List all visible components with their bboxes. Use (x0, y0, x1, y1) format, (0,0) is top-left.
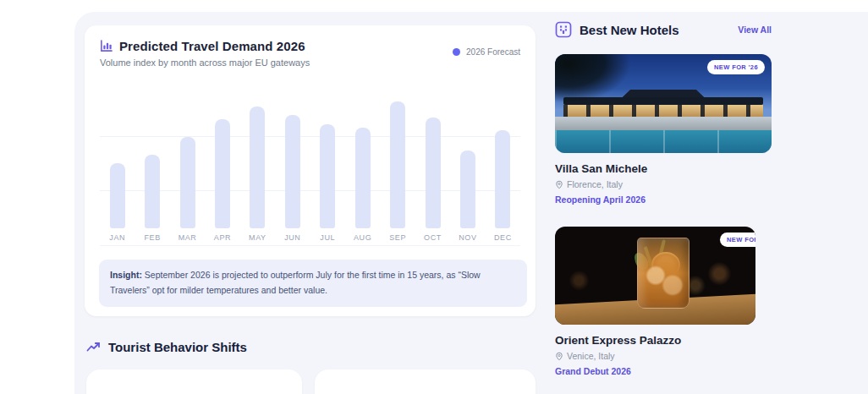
hotel-status-link[interactable]: Grand Debut 2026 (555, 366, 772, 376)
hotel-location-text: Florence, Italy (567, 179, 623, 189)
bar-column (100, 101, 135, 228)
bar-column (310, 101, 345, 228)
bar-column (380, 101, 415, 228)
bar-dec[interactable] (495, 130, 510, 228)
bar-oct[interactable] (426, 118, 441, 228)
view-all-link[interactable]: View All (738, 25, 772, 35)
hotels-panel-title: Best New Hotels (580, 23, 679, 37)
x-tick-label: MAY (240, 233, 275, 242)
resort-photo-pool-lanes (555, 130, 772, 153)
bar-apr[interactable] (215, 119, 230, 228)
x-tick-label: SEP (380, 233, 415, 242)
bar-jul[interactable] (320, 124, 335, 228)
bar-may[interactable] (250, 107, 265, 228)
bar-column (170, 101, 205, 228)
hotel-building-icon (555, 21, 572, 38)
bar-series (100, 101, 520, 228)
bar-column (345, 101, 380, 228)
cocktail-photo-ice (643, 264, 685, 303)
x-tick-label: AUG (345, 233, 380, 242)
bar-column (240, 101, 275, 228)
x-tick-label: OCT (415, 233, 450, 242)
hotel-location: Venice, Italy (555, 351, 772, 361)
hotel-status-link[interactable]: Reopening April 2026 (555, 194, 772, 205)
hotel-photo-orient-express-palazzo[interactable]: NEW FOR '26 (555, 227, 755, 325)
x-tick-label: NOV (450, 233, 485, 242)
bar-jun[interactable] (285, 115, 300, 228)
bar-nov[interactable] (460, 150, 475, 228)
bar-jan[interactable] (110, 163, 125, 228)
bar-column (486, 101, 520, 228)
trending-up-icon (86, 341, 101, 353)
hotel-photo-villa-san-michele[interactable]: NEW FOR '26 (555, 54, 772, 153)
new-for-26-badge: NEW FOR '26 (707, 60, 765, 74)
bar-column (135, 101, 169, 228)
new-for-26-badge-clipped: NEW FOR '26 (720, 233, 755, 247)
x-axis-labels: JANFEBMARAPRMAYJUNJULAUGSEPOCTNOVDEC (100, 233, 520, 242)
legend-dot-icon (453, 48, 460, 56)
resort-photo-pillars (563, 105, 763, 117)
x-tick-label: FEB (135, 233, 169, 242)
behavior-card[interactable] (86, 369, 302, 394)
chart-header: Predicted Travel Demand 2026 Volume inde… (100, 39, 520, 68)
legend-label: 2026 Forecast (466, 47, 520, 57)
resort-photo-deck (555, 117, 772, 130)
hotel-name[interactable]: Villa San Michele (555, 162, 772, 175)
x-tick-label: APR (205, 233, 239, 242)
chart-legend: 2026 Forecast (453, 47, 520, 57)
x-tick-label: DEC (486, 233, 520, 242)
behavior-card[interactable] (315, 369, 536, 394)
chart-subtitle: Volume index by month across major EU ga… (100, 57, 520, 68)
bar-aug[interactable] (355, 128, 371, 228)
bar-feb[interactable] (145, 155, 160, 228)
insight-text: September 2026 is projected to outperfor… (110, 270, 481, 295)
x-tick-label: JAN (100, 233, 135, 242)
travel-demand-card: Predicted Travel Demand 2026 Volume inde… (85, 25, 536, 316)
map-pin-icon (555, 352, 563, 361)
hotel-location-text: Venice, Italy (567, 351, 615, 361)
chart-title: Predicted Travel Demand 2026 (119, 39, 305, 53)
bar-column (275, 101, 310, 228)
map-pin-icon (555, 180, 563, 189)
bar-column (415, 101, 450, 228)
bar-mar[interactable] (180, 137, 195, 228)
resort-photo-tree-silhouette (555, 54, 633, 104)
bar-chart-plot (100, 101, 520, 228)
behavior-section-header: Tourist Behavior Shifts (86, 340, 247, 354)
x-axis-line (100, 245, 520, 246)
behavior-section-title: Tourist Behavior Shifts (108, 340, 247, 354)
hotel-name[interactable]: Orient Express Palazzo (555, 334, 772, 347)
x-tick-label: JUL (310, 233, 345, 242)
hotel-location: Florence, Italy (555, 179, 772, 189)
insight-label: Insight: (110, 270, 142, 280)
best-new-hotels-panel: Best New Hotels View All NEW FOR '26 Vil… (555, 20, 772, 376)
x-tick-label: JUN (275, 233, 310, 242)
hotels-header: Best New Hotels View All (555, 20, 772, 39)
x-tick-label: MAR (170, 233, 205, 242)
bar-column (205, 101, 239, 228)
bar-sep[interactable] (390, 101, 405, 228)
bar-chart-icon (100, 40, 113, 52)
insight-callout: Insight: September 2026 is projected to … (99, 260, 527, 307)
bar-column (450, 101, 485, 228)
